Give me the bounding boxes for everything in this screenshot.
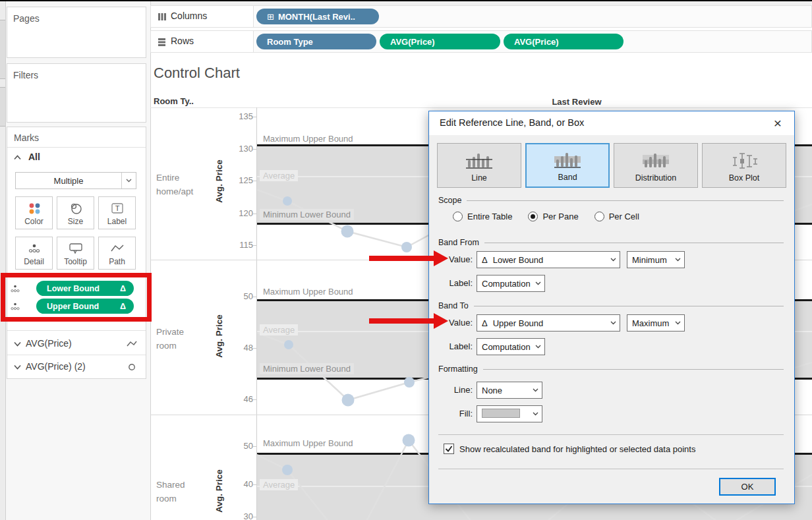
band-to-label-combo[interactable]: Computation [477, 338, 545, 355]
label-button-label: Label [107, 217, 127, 226]
fill-color-combo[interactable] [477, 405, 542, 422]
type-button-box-plot[interactable]: Box Plot [702, 143, 786, 188]
dialog-titlebar: Edit Reference Line, Band, or Box × [429, 111, 794, 135]
chevron-down-icon[interactable] [14, 341, 21, 347]
band-label-avg: Average [260, 324, 298, 335]
ok-button[interactable]: OK [719, 478, 776, 496]
annotation-arrow-band-to [369, 313, 448, 329]
columns-shelf[interactable]: Columns ⊞ MONTH(Last Revi.. [150, 5, 812, 28]
axis-tick: 115 [228, 240, 253, 250]
measure-row-avg-price[interactable]: AVG(Price) [7, 333, 146, 355]
chevron-down-icon[interactable] [606, 258, 620, 262]
line-mark-icon [126, 339, 138, 349]
type-button-label: Box Plot [729, 173, 760, 183]
radio-entire-table[interactable]: Entire Table [453, 212, 512, 221]
marks-label: Marks [14, 132, 39, 143]
sheet-title: Control Chart [154, 65, 240, 82]
type-button-label: Band [558, 173, 577, 182]
marks-card: Marks All Multiple Color [7, 127, 146, 379]
axis-title: Avg. Price [214, 469, 224, 513]
chevron-down-icon[interactable] [671, 321, 684, 325]
type-button-band[interactable]: Band [525, 143, 610, 188]
box-plot-type-icon [729, 151, 759, 171]
path-button[interactable]: Path [98, 237, 136, 270]
path-button-label: Path [109, 257, 125, 266]
size-button[interactable]: Size [57, 196, 94, 229]
divider [438, 469, 784, 469]
axis-title: Avg. Price [214, 159, 224, 203]
scope-options: Entire Table Per Pane Per Cell [453, 212, 639, 221]
rows-shelf[interactable]: Rows Room Type AVG(Price) AVG(Price) [150, 30, 812, 53]
chevron-down-icon[interactable] [531, 281, 544, 285]
rows-pill-label: AVG(Price) [514, 37, 559, 47]
color-button[interactable]: Color [15, 196, 53, 229]
marks-all-label: All [28, 152, 40, 162]
axis-title: Avg. Price [214, 314, 224, 358]
radio-icon[interactable] [528, 212, 538, 221]
band-label-avg: Average [260, 170, 298, 181]
chevron-down-icon[interactable] [14, 364, 21, 370]
band-label-avg: Average [260, 479, 298, 490]
columns-shelf-label-cell: Columns [151, 6, 254, 27]
color-button-label: Color [24, 217, 44, 226]
rows-pill-room-type[interactable]: Room Type [256, 34, 376, 49]
rail-notch [0, 87, 5, 127]
band-from-agg-combo[interactable]: Minimum [627, 251, 685, 268]
divider [7, 330, 146, 331]
chevron-down-icon[interactable] [529, 388, 542, 392]
line-style-combo[interactable]: None [477, 382, 542, 399]
mark-type-dropdown[interactable]: Multiple [15, 172, 136, 189]
marks-all-row[interactable]: All [14, 151, 139, 164]
band-to-label: Band To [438, 301, 469, 310]
detail-button[interactable]: Detail [15, 237, 53, 270]
radio-per-pane[interactable]: Per Pane [528, 212, 578, 221]
dropdown-arrow-icon[interactable] [121, 173, 136, 188]
size-icon [69, 201, 83, 216]
band-label-min: Minimum Lower Bound [260, 209, 354, 220]
radio-label: Entire Table [467, 212, 512, 221]
radio-icon[interactable] [594, 212, 604, 221]
show-recalculated-label: Show recalculated band for highlighted o… [459, 444, 695, 454]
radio-icon[interactable] [453, 212, 463, 221]
divider [7, 147, 146, 148]
type-button-line[interactable]: Line [437, 143, 521, 188]
band-to-label-value: Computation [482, 342, 531, 352]
band-to-value-combo[interactable]: Δ Upper Bound [477, 314, 620, 332]
band-from-value-combo[interactable]: Δ Lower Bound [477, 251, 620, 268]
line-style-value: None [482, 386, 529, 395]
columns-pill-month-last-review[interactable]: ⊞ MONTH(Last Revi.. [256, 9, 379, 24]
scope-label: Scope [438, 196, 461, 205]
expand-icon[interactable]: ⊞ [267, 12, 274, 22]
radio-per-cell[interactable]: Per Cell [594, 212, 639, 221]
chevron-up-icon[interactable] [14, 155, 21, 160]
path-icon [110, 241, 125, 256]
measure-label: AVG(Price) [26, 338, 72, 349]
band-from-label-combo[interactable]: Computation [477, 275, 545, 292]
band-from-value: Lower Bound [493, 255, 606, 265]
chevron-down-icon[interactable] [671, 258, 684, 262]
measure-row-avg-price-2[interactable]: AVG(Price) (2) [7, 357, 146, 378]
pane-row-label: Shared [156, 480, 185, 490]
band-from-label-value: Computation [482, 279, 531, 289]
band-to-agg-combo[interactable]: Maximum [627, 314, 685, 332]
rows-pill-avg-price-2[interactable]: AVG(Price) [504, 34, 624, 49]
arrow-line [369, 318, 435, 324]
label-button[interactable]: T Label [98, 196, 136, 229]
circle-mark-icon [127, 362, 136, 372]
line-label: Line: [442, 385, 473, 395]
type-button-distribution[interactable]: Distribution [614, 143, 698, 188]
chevron-down-icon[interactable] [606, 321, 620, 325]
rows-pill-avg-price-1[interactable]: AVG(Price) [380, 34, 500, 49]
tooltip-button[interactable]: Tooltip [57, 237, 94, 270]
rows-pill-label: AVG(Price) [390, 37, 435, 47]
pages-shelf[interactable]: Pages [7, 7, 146, 58]
pane-row-label: home/apt [156, 187, 193, 196]
color-icon [27, 201, 42, 216]
filters-shelf[interactable]: Filters [7, 63, 146, 123]
rows-label: Rows [171, 36, 194, 46]
show-recalculated-checkbox[interactable] [444, 444, 454, 454]
rows-icon [158, 38, 166, 46]
close-icon[interactable]: × [768, 114, 788, 132]
chevron-down-icon[interactable] [531, 345, 544, 349]
chevron-down-icon[interactable] [529, 412, 542, 416]
